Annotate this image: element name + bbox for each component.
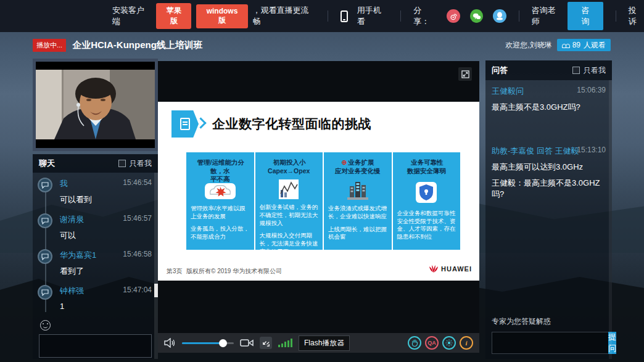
qa-timestamp: 15:06:39 (577, 86, 606, 94)
complaint-link[interactable]: 投诉 (629, 5, 644, 27)
card-title: 管理/运维能力分散，水 平不高 (191, 158, 250, 178)
presenter-webcam-video[interactable] (33, 59, 158, 151)
viewers-badge: 89 人观看 (557, 39, 611, 51)
chat-message: 谢清泉 15:46:57 可以 (33, 213, 158, 241)
people-icon (562, 43, 569, 48)
challenge-card: 初期投入小 Capex→Opex 创新业务试错，业务的不确定性，初期无法大规模投… (255, 152, 323, 250)
slide-copyright: 版权所有© 2019 华为技术有限公司 (186, 267, 282, 276)
chat-avatar-bubble-icon (38, 213, 52, 228)
card-title: ⊕业务扩展 应对业务变化慢 (328, 158, 387, 176)
install-client-label: 安装客户端 (112, 5, 151, 27)
card-texts: 创新业务试错，业务的不确定性，初期无法大规模投入大规模投入交付周期长，无法满足业… (260, 204, 319, 261)
qa-only-me-label: 只看我 (584, 65, 606, 76)
chat-timestamp: 15:47:04 (123, 286, 152, 294)
chat-only-me-checkbox[interactable] (118, 160, 126, 167)
card-texts: 业务浪涌式或爆发式增长，企业难以快速响应上线周期长，难以把握机会窗 (328, 205, 387, 246)
live-classroom-page: 安装客户端 苹果版 windows版 ，观看直播更流畅 用手机看 分享： 咨询老… (0, 0, 644, 362)
player-action-buttons: QA i (408, 336, 473, 350)
chat-sender-name[interactable]: 我 (60, 179, 68, 188)
raise-hand-button[interactable] (408, 336, 421, 350)
chat-sender-name[interactable]: 钟梓强 (60, 286, 84, 295)
camera-icon[interactable] (240, 339, 254, 347)
qa-only-me-checkbox[interactable] (572, 67, 580, 74)
qa-message-header[interactable]: 王健毅问 (492, 86, 524, 96)
huawei-flower-icon (429, 265, 439, 273)
chat-message: 华为嘉宾1 15:46:58 看到了 (33, 249, 158, 277)
qa-message-header[interactable]: 助教-李嘉俊 回答 王健毅 (492, 146, 579, 155)
player-control-bar: Flash播放器 QA i (158, 333, 479, 353)
phone-icon (341, 10, 348, 22)
chat-avatar-bubble-icon (38, 249, 52, 264)
title-row: 播放中... 企业HCIA-Kunpeng线上培训班 欢迎您,刘晓琳 89 人观… (0, 35, 644, 56)
chat-avatar-bubble-icon (38, 178, 52, 192)
slide-page-number: 第3页 (167, 267, 183, 276)
question-input[interactable] (492, 332, 608, 354)
volume-fill (182, 342, 223, 344)
qa-message-list: 王健毅问 15:06:39 最高主频不是3.0GHZ吗? 助教-李嘉俊 回答 王… (485, 80, 612, 308)
chat-message-text: 看到了 (60, 266, 152, 277)
playing-status-badge: 播放中... (33, 39, 66, 52)
qa-title: 问答 (492, 65, 508, 76)
qa-message-lines: 最高主频可以达到3.0GHz王健毅：最高主频不是3.0GHZ吗? (492, 162, 606, 200)
slide: 企业数字化转型面临的挑战 管理/运维能力分散，水 平不高 管理效率/水平难以跟上… (158, 102, 479, 281)
chat-message: 钟梓强 15:47:04 1 (33, 285, 158, 312)
card-icon (397, 179, 456, 206)
qa-message-lines: 最高主频不是3.0GHZ吗? (492, 102, 606, 113)
divider (328, 10, 328, 22)
qa-message: 助教-李嘉俊 回答 王健毅 15:13:10 最高主频可以达到3.0GHz王健毅… (492, 145, 606, 200)
chat-message-text: 可以 (60, 230, 152, 241)
flash-player-toggle[interactable]: Flash播放器 (299, 335, 350, 351)
chat-message-text: 1 (60, 302, 152, 311)
card-title: 初期投入小 Capex→Opex (260, 158, 319, 176)
volume-knob[interactable] (219, 339, 227, 347)
chat-timestamp: 15:46:58 (123, 250, 152, 258)
volume-slider[interactable] (182, 342, 234, 344)
watch-on-mobile-link[interactable]: 用手机看 (357, 5, 389, 27)
page-title: 企业HCIA-Kunpeng线上培训班 (72, 39, 203, 51)
qa-button[interactable]: QA (425, 336, 439, 350)
divider (400, 10, 401, 22)
apple-version-button[interactable]: 苹果版 (156, 3, 191, 29)
signal-strength-icon (278, 339, 292, 347)
chat-input[interactable] (39, 334, 152, 358)
volume-icon[interactable] (164, 338, 176, 348)
consult-teacher-label: 咨询老师 (532, 5, 563, 27)
install-suffix-label: ，观看直播更流畅 (253, 5, 315, 27)
slide-title: 企业数字化转型面临的挑战 (212, 115, 371, 133)
chat-timestamp: 15:46:57 (123, 214, 152, 223)
qa-panel: 问答 只看我 王健毅问 15:06:39 最高主频不是3.0GHZ吗? 助教-李… (485, 60, 612, 359)
viewers-count: 89 (572, 41, 580, 49)
chat-message-text: 可以看到 (60, 194, 152, 205)
chat-message: 我 15:46:54 可以看到 (33, 178, 158, 205)
windows-version-button[interactable]: windows版 (196, 4, 247, 28)
chat-only-me-label: 只看我 (130, 158, 152, 169)
chat-title: 聊天 (39, 158, 55, 169)
info-button[interactable]: i (460, 336, 473, 350)
slide-document-badge-icon (171, 110, 199, 138)
qq-share-icon[interactable] (493, 9, 506, 23)
chat-panel: 聊天 只看我 我 15:46:54 可以看到 (33, 154, 158, 359)
huawei-logo: HUAWEI (429, 265, 472, 273)
card-texts: 管理效率/水平难以跟上业务的发展业务孤岛，投入分散，不能形成合力 (191, 205, 250, 246)
webcam-frame (36, 62, 155, 148)
challenge-card: 业务可靠性 数据安全薄弱 企业业务和数据可靠性安全性受限于技术、资金、人才等因素… (393, 152, 461, 250)
chat-timestamp: 15:46:54 (123, 178, 152, 187)
qa-prompt-label: 专家为您答疑解惑 (492, 316, 606, 327)
share-label: 分享： (413, 5, 437, 27)
swap-screen-icon[interactable] (260, 337, 272, 349)
fullscreen-icon[interactable] (458, 67, 472, 81)
emoji-picker-icon[interactable] (40, 320, 51, 331)
wechat-share-icon[interactable] (470, 9, 483, 23)
qa-timestamp: 15:13:10 (577, 146, 606, 154)
divider (616, 10, 616, 22)
chat-message-list: 我 15:46:54 可以看到 谢清泉 15:46:57 可以 (33, 173, 158, 315)
card-icon (328, 179, 387, 201)
card-icon (260, 179, 319, 200)
consult-button[interactable]: 咨询 (568, 2, 603, 30)
chat-header: 聊天 只看我 (33, 154, 158, 173)
chat-sender-name[interactable]: 华为嘉宾1 (60, 250, 96, 260)
weibo-share-icon[interactable] (447, 9, 460, 23)
settings-button[interactable] (442, 336, 456, 350)
chat-sender-name[interactable]: 谢清泉 (60, 215, 84, 224)
challenge-card: 管理/运维能力分散，水 平不高 管理效率/水平难以跟上业务的发展业务孤岛，投入分… (186, 152, 254, 250)
